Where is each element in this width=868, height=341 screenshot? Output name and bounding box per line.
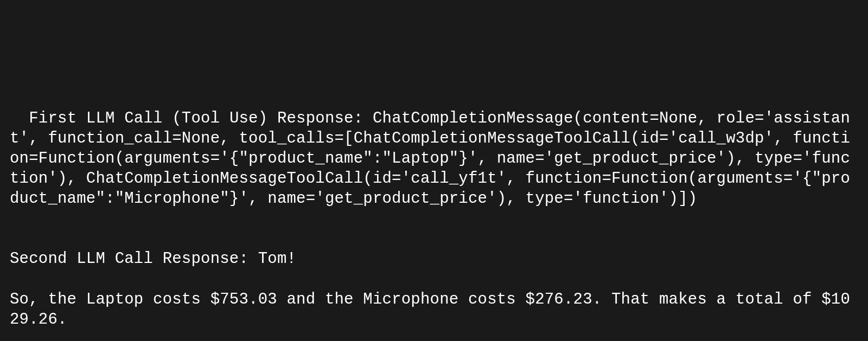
terminal-output: First LLM Call (Tool Use) Response: Chat… <box>10 88 858 341</box>
terminal-text: First LLM Call (Tool Use) Response: Chat… <box>10 110 850 341</box>
